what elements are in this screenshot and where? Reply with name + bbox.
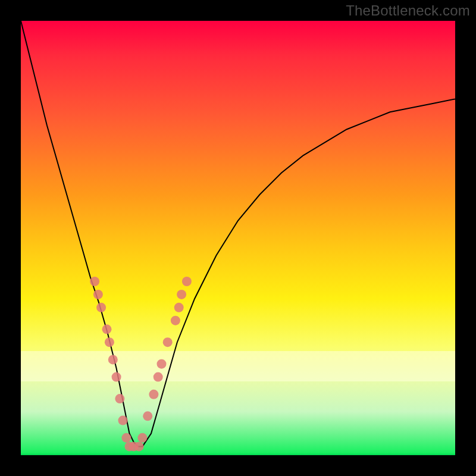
plot-area (21, 21, 455, 455)
marker-dot (102, 324, 112, 334)
marker-dot (134, 441, 144, 451)
marker-dot (105, 337, 114, 347)
marker-dot (112, 372, 121, 382)
marker-dot (174, 303, 184, 312)
curve-svg (21, 21, 455, 455)
marker-dot (137, 433, 147, 443)
watermark-text: TheBottleneck.com (346, 2, 470, 19)
marker-dot (182, 277, 192, 286)
chart-frame: TheBottleneck.com (0, 0, 476, 476)
marker-dot (177, 290, 186, 299)
marker-dot (93, 290, 103, 299)
marker-dot (171, 316, 180, 325)
marker-dot (154, 372, 163, 382)
marker-dot (118, 416, 128, 425)
marker-dot (149, 390, 158, 399)
marker-dot (143, 411, 152, 421)
marker-dot (96, 303, 106, 312)
marker-dot (157, 359, 167, 369)
curve-markers (90, 277, 192, 451)
marker-dot (90, 277, 99, 286)
marker-dot (163, 337, 173, 347)
marker-dot (115, 394, 124, 403)
marker-dot (108, 355, 118, 364)
bottleneck-curve (21, 21, 455, 446)
marker-dot (121, 433, 131, 443)
